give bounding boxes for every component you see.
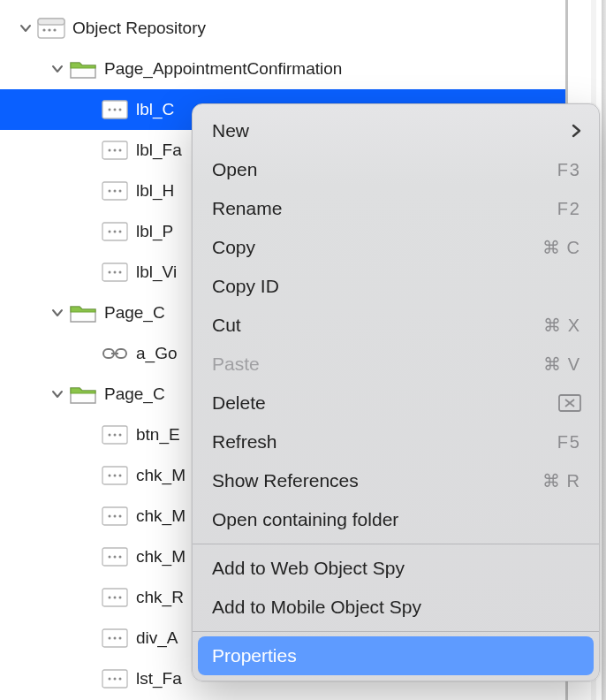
tree-row-folder[interactable]: Page_AppointmentConfirmation bbox=[0, 49, 565, 89]
menu-separator bbox=[193, 631, 599, 632]
svg-point-12 bbox=[119, 149, 122, 152]
menu-item-paste: Paste ⌘ V bbox=[193, 345, 599, 384]
object-icon bbox=[99, 627, 131, 650]
svg-point-18 bbox=[109, 231, 111, 233]
tree-label: Page_AppointmentConfirmation bbox=[102, 59, 342, 79]
menu-item-copy[interactable]: Copy ⌘ C bbox=[193, 228, 599, 267]
tree-label: lbl_Vi bbox=[134, 262, 177, 282]
tree-label: lbl_P bbox=[134, 222, 173, 241]
menu-separator bbox=[193, 544, 599, 544]
shortcut-text: ⌘ C bbox=[542, 237, 581, 258]
chevron-down-icon[interactable] bbox=[48, 388, 67, 400]
svg-point-35 bbox=[119, 475, 122, 477]
chevron-down-icon[interactable] bbox=[48, 307, 67, 319]
svg-point-22 bbox=[109, 271, 111, 274]
object-icon bbox=[99, 505, 131, 528]
tree-label: chk_M bbox=[134, 506, 186, 526]
chevron-down-icon[interactable] bbox=[16, 22, 35, 34]
panel-edge bbox=[602, 0, 606, 700]
object-icon bbox=[99, 545, 131, 568]
svg-point-11 bbox=[114, 149, 117, 152]
svg-point-49 bbox=[109, 637, 111, 640]
cmd-icon: ⌘ bbox=[542, 237, 562, 258]
tree-label: div_A bbox=[134, 628, 178, 648]
svg-point-23 bbox=[114, 271, 117, 274]
menu-label: Copy ID bbox=[212, 276, 279, 297]
chevron-right-icon bbox=[571, 124, 581, 138]
svg-point-53 bbox=[109, 678, 111, 681]
object-icon bbox=[99, 220, 131, 243]
tree-label: lbl_H bbox=[134, 181, 174, 201]
svg-point-34 bbox=[114, 475, 117, 477]
svg-point-41 bbox=[109, 556, 111, 559]
menu-label: Add to Mobile Object Spy bbox=[212, 597, 421, 618]
svg-point-10 bbox=[109, 149, 111, 152]
menu-item-properties[interactable]: Properties bbox=[198, 636, 594, 675]
svg-point-37 bbox=[109, 515, 111, 518]
svg-point-19 bbox=[114, 231, 117, 233]
svg-point-7 bbox=[114, 109, 117, 111]
tree-label: chk_M bbox=[134, 547, 186, 567]
svg-point-29 bbox=[109, 434, 111, 437]
tree-label: lst_Fa bbox=[134, 669, 182, 689]
svg-point-33 bbox=[109, 475, 111, 477]
menu-label: Cut bbox=[212, 315, 241, 336]
svg-point-42 bbox=[114, 556, 117, 559]
link-icon bbox=[99, 342, 131, 365]
object-icon bbox=[99, 586, 131, 609]
menu-label: Rename bbox=[212, 198, 282, 219]
object-icon bbox=[99, 667, 131, 690]
svg-point-30 bbox=[114, 434, 117, 437]
shortcut-text: F5 bbox=[557, 432, 581, 453]
menu-item-rename[interactable]: Rename F2 bbox=[193, 189, 599, 228]
tree-label: Page_C bbox=[102, 303, 165, 323]
svg-point-31 bbox=[119, 434, 122, 437]
tree-label: chk_M bbox=[134, 466, 186, 485]
svg-point-51 bbox=[119, 637, 122, 640]
svg-point-2 bbox=[42, 28, 45, 31]
svg-point-20 bbox=[119, 231, 122, 233]
tree-label: btn_E bbox=[134, 425, 180, 445]
svg-point-6 bbox=[109, 109, 111, 111]
cmd-icon: ⌘ bbox=[542, 470, 562, 491]
chevron-down-icon[interactable] bbox=[48, 63, 67, 75]
menu-item-refresh[interactable]: Refresh F5 bbox=[193, 422, 599, 461]
svg-point-47 bbox=[119, 597, 122, 599]
object-icon bbox=[99, 423, 131, 446]
shortcut-text: ⌘ X bbox=[543, 315, 581, 336]
menu-label: Properties bbox=[212, 645, 297, 666]
svg-point-16 bbox=[119, 190, 122, 193]
menu-item-show-references[interactable]: Show References ⌘ R bbox=[193, 461, 599, 500]
svg-point-46 bbox=[114, 597, 117, 599]
menu-item-add-mobile-spy[interactable]: Add to Mobile Object Spy bbox=[193, 588, 599, 627]
menu-item-open[interactable]: Open F3 bbox=[193, 150, 599, 189]
folder-icon bbox=[67, 57, 99, 80]
menu-item-copy-id[interactable]: Copy ID bbox=[193, 267, 599, 306]
shortcut-text: F2 bbox=[557, 199, 581, 219]
tree-label: chk_R bbox=[134, 588, 184, 607]
svg-point-55 bbox=[119, 678, 122, 681]
menu-label: Delete bbox=[212, 392, 266, 414]
svg-point-45 bbox=[109, 597, 111, 599]
svg-point-43 bbox=[119, 556, 122, 559]
menu-item-new[interactable]: New bbox=[193, 111, 599, 150]
menu-item-cut[interactable]: Cut ⌘ X bbox=[193, 306, 599, 345]
object-icon bbox=[99, 179, 131, 202]
menu-item-add-web-spy[interactable]: Add to Web Object Spy bbox=[193, 549, 599, 588]
tree-label: lbl_Fa bbox=[134, 141, 182, 160]
tree-label: Object Repository bbox=[71, 19, 206, 38]
svg-point-4 bbox=[53, 28, 56, 31]
menu-item-delete[interactable]: Delete bbox=[193, 384, 599, 422]
repo-icon bbox=[35, 17, 67, 40]
shortcut-text: ⌘ V bbox=[543, 354, 581, 375]
svg-point-15 bbox=[114, 190, 117, 193]
cmd-icon: ⌘ bbox=[543, 315, 563, 336]
svg-point-50 bbox=[114, 637, 117, 640]
menu-item-open-folder[interactable]: Open containing folder bbox=[193, 500, 599, 539]
menu-label: Add to Web Object Spy bbox=[212, 558, 405, 579]
tree-row-repo[interactable]: Object Repository bbox=[0, 8, 565, 49]
tree-label: lbl_C bbox=[134, 100, 174, 119]
menu-label: Open containing folder bbox=[212, 509, 398, 530]
folder-icon bbox=[67, 301, 99, 324]
svg-rect-1 bbox=[38, 19, 64, 25]
